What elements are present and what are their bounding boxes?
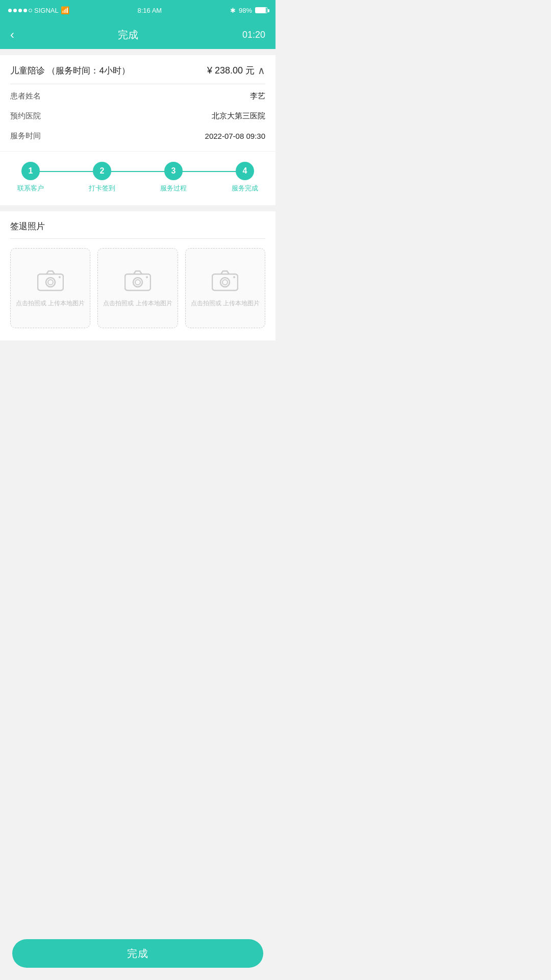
- status-time: 8:16 AM: [137, 7, 162, 14]
- app-header: ‹ 完成 01:20: [0, 20, 276, 49]
- hospital-label: 预约医院: [10, 111, 41, 121]
- service-time-label: 服务时间: [10, 131, 41, 141]
- service-time-value: 2022-07-08 09:30: [205, 132, 265, 140]
- service-title: 儿童陪诊 （服务时间：4小时）: [10, 65, 130, 77]
- svg-point-7: [146, 276, 148, 278]
- step-3: 3 服务过程: [153, 162, 194, 193]
- svg-point-5: [133, 278, 142, 287]
- svg-point-6: [135, 280, 140, 285]
- svg-point-1: [46, 278, 55, 287]
- photo-slot-label-3: 点击拍照或 上传本地图片: [191, 299, 260, 308]
- svg-point-11: [233, 276, 235, 278]
- patient-value: 李艺: [250, 91, 265, 101]
- camera-icon-1: [37, 269, 64, 293]
- photo-slot-1[interactable]: 点击拍照或 上传本地图片: [10, 248, 90, 328]
- spacer: [0, 340, 276, 432]
- hospital-value: 北京大第三医院: [212, 111, 265, 121]
- step-circle-3: 3: [164, 162, 183, 180]
- svg-point-3: [59, 276, 61, 278]
- back-button[interactable]: ‹: [10, 28, 14, 42]
- svg-point-9: [220, 278, 230, 287]
- service-price: ¥ 238.00 元 ∧: [207, 64, 265, 77]
- stepper-line: [27, 171, 249, 172]
- status-right: ✱ 98%: [230, 7, 267, 14]
- photo-divider: [10, 238, 265, 239]
- svg-point-2: [48, 280, 53, 285]
- status-left: SIGNAL 📶: [8, 6, 69, 14]
- step-label-2: 打卡签到: [89, 184, 115, 193]
- photo-section-title: 签退照片: [10, 220, 265, 232]
- stepper-section: 1 联系客户 2 打卡签到 3 服务过程 4 服务完成: [0, 152, 276, 205]
- photo-slot-label-1: 点击拍照或 上传本地图片: [16, 299, 85, 308]
- photo-slot-label-2: 点击拍照或 上传本地图片: [103, 299, 172, 308]
- signal-dots: [8, 9, 32, 12]
- service-card: 儿童陪诊 （服务时间：4小时） ¥ 238.00 元 ∧ 患者姓名 李艺 预约医…: [0, 55, 276, 151]
- step-4: 4 服务完成: [224, 162, 265, 193]
- step-circle-2: 2: [93, 162, 111, 180]
- battery-icon: [255, 7, 267, 13]
- stepper: 1 联系客户 2 打卡签到 3 服务过程 4 服务完成: [10, 162, 265, 193]
- photo-slot-2[interactable]: 点击拍照或 上传本地图片: [97, 248, 178, 328]
- service-header: 儿童陪诊 （服务时间：4小时） ¥ 238.00 元 ∧: [0, 55, 276, 84]
- photo-section: 签退照片 点击拍照或 上传本地图片: [0, 211, 276, 340]
- svg-point-10: [222, 280, 228, 285]
- header-title: 完成: [118, 28, 138, 42]
- step-label-4: 服务完成: [232, 184, 258, 193]
- wifi-icon: 📶: [61, 6, 69, 14]
- info-row-hospital: 预约医院 北京大第三医院: [0, 106, 276, 126]
- info-row-patient: 患者姓名 李艺: [0, 86, 276, 106]
- info-row-time: 服务时间 2022-07-08 09:30: [0, 126, 276, 146]
- photo-grid: 点击拍照或 上传本地图片 点击拍照或 上传本地图片: [10, 248, 265, 328]
- header-timer: 01:20: [242, 30, 265, 40]
- step-label-1: 联系客户: [17, 184, 44, 193]
- battery-percent: 98%: [239, 7, 252, 14]
- camera-icon-3: [212, 269, 238, 293]
- step-1: 1 联系客户: [10, 162, 51, 193]
- info-section: 患者姓名 李艺 预约医院 北京大第三医院 服务时间 2022-07-08 09:…: [0, 84, 276, 151]
- status-bar: SIGNAL 📶 8:16 AM ✱ 98%: [0, 0, 276, 20]
- step-label-3: 服务过程: [160, 184, 187, 193]
- photo-slot-3[interactable]: 点击拍照或 上传本地图片: [185, 248, 265, 328]
- price-value: ¥ 238.00 元: [207, 64, 255, 77]
- patient-label: 患者姓名: [10, 91, 41, 101]
- signal-label: SIGNAL: [34, 7, 59, 14]
- bluetooth-icon: ✱: [230, 7, 236, 14]
- step-circle-4: 4: [236, 162, 254, 180]
- step-circle-1: 1: [21, 162, 40, 180]
- camera-icon-2: [124, 269, 151, 293]
- collapse-icon[interactable]: ∧: [258, 64, 265, 77]
- step-2: 2 打卡签到: [82, 162, 122, 193]
